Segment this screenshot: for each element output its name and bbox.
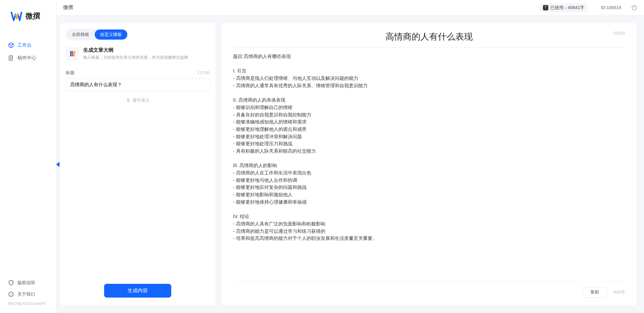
title-field-label: 标题 [66,70,75,76]
power-icon[interactable] [631,5,637,11]
tab-custom-templates[interactable]: 自定义模板 [95,30,127,40]
title-input[interactable] [66,79,210,91]
svg-rect-10 [128,99,129,101]
nav-item-workbench[interactable]: 工作台 [0,39,56,52]
collapse-handle-icon[interactable] [56,161,60,168]
divider-line [233,47,625,48]
config-panel: 全部模板 自定义模板 生成文章大纲 输入标题，为你提供文章主体的灵感，并为其创建… [60,23,216,306]
svg-rect-8 [72,51,73,56]
svg-marker-6 [56,162,59,167]
usage-chip[interactable]: T 已使用：45641字 [540,3,588,12]
output-title[interactable]: 高情商的人有什么表现 [385,31,473,43]
svg-rect-7 [70,51,72,56]
brand-logo: 微撰 [0,0,56,29]
document-icon [8,55,14,61]
title-char-counter: 11/100 [197,70,210,75]
cube-icon [8,42,14,48]
text-badge-icon: T [543,5,548,10]
title-field-header: 标题 11/100 [66,70,210,76]
tab-all-templates[interactable]: 全部模板 [66,30,95,40]
template-tabs: 全部模板 自定义模板 [66,29,128,40]
main-area: 微撰 T 已使用：45641字 ID:100519 全部模板 自定义模板 [56,0,644,313]
nav-item-label: 关于我们 [17,291,35,297]
sidebar: 微撰 工作台 稿件中心 版权说明 关于我们 鄂ICP备2022016946号 [0,0,56,313]
svg-rect-9 [73,51,76,56]
icp-label: 鄂ICP备2022016946号 [0,300,56,310]
output-title-counter: 10/100 [613,31,625,36]
brand-name: 微撰 [26,11,40,21]
shield-icon [8,280,14,286]
word-count: 404字 [613,289,625,295]
topbar: 微撰 T 已使用：45641字 ID:100519 [56,0,644,15]
template-title: 生成文章大纲 [83,47,188,53]
nav-item-label: 稿件中心 [17,55,36,61]
template-desc: 输入标题，为你提供文章主体的灵感，并为其创建推文提纲 [83,55,188,60]
nav-item-drafts[interactable]: 稿件中心 [0,52,56,64]
app-name: 微撰 [63,4,73,11]
nav-item-about[interactable]: 关于我们 [0,289,56,300]
copy-button[interactable]: 复制 [583,287,607,298]
user-id: ID:100519 [601,5,621,10]
nav-item-label: 工作台 [17,42,32,48]
brand-logo-icon [10,10,22,22]
voice-input-button[interactable]: 请空录入 [66,97,210,103]
content-row: 全部模板 自定义模板 生成文章大纲 输入标题，为你提供文章主体的灵感，并为其创建… [56,15,644,313]
info-icon [8,291,14,297]
usage-text: 已使用：45641字 [550,5,584,11]
output-title-row: 高情商的人有什么表现 10/100 [233,31,625,43]
nav-item-copyright[interactable]: 版权说明 [0,277,56,289]
output-footer: 复制 404字 [233,282,625,298]
output-body[interactable]: 题目:高情商的人有哪些表现 I. 引言 - 高情商是指人们处理情绪、与他人互动以… [233,53,625,278]
generate-button[interactable]: 生成内容 [104,284,171,298]
template-books-icon [66,47,79,60]
selected-template: 生成文章大纲 输入标题，为你提供文章主体的灵感，并为其创建推文提纲 [66,47,210,60]
sidebar-bottom: 版权说明 关于我们 鄂ICP备2022016946号 [0,274,56,313]
voice-input-label: 请空录入 [132,97,150,103]
nav-item-label: 版权说明 [17,280,35,286]
mic-icon [126,98,131,103]
output-panel: 高情商的人有什么表现 10/100 题目:高情商的人有哪些表现 I. 引言 - … [222,23,637,306]
main-nav: 工作台 稿件中心 [0,29,56,274]
